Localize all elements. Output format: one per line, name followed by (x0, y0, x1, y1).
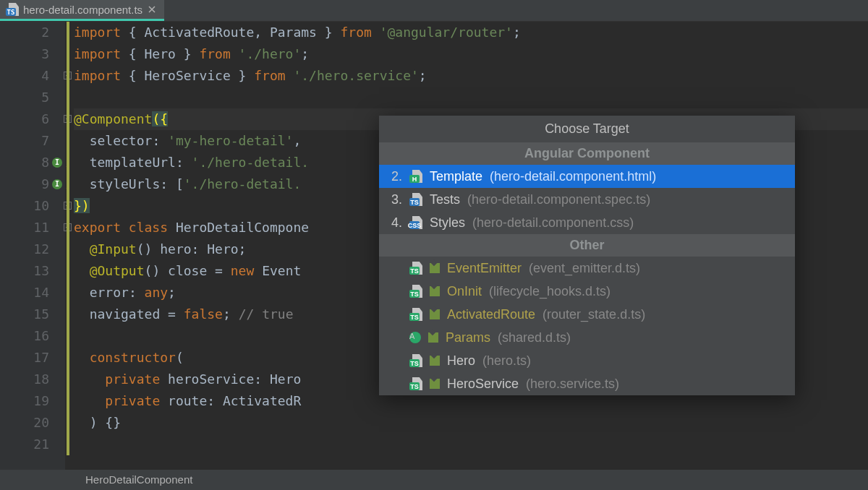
popup-item-tests[interactable]: 3. TS Tests (hero-detail.component.spec.… (379, 188, 795, 211)
popup-item-sub: (event_emitter.d.ts) (529, 261, 640, 276)
popup-item-activatedroute[interactable]: TS ActivatedRoute (router_state.d.ts) (379, 303, 795, 326)
popup-item-number: 3. (388, 192, 402, 207)
ts-file-icon: TS (409, 354, 422, 367)
popup-item-label: OnInit (447, 284, 482, 299)
ts-file-icon: TS (409, 285, 422, 298)
line-number: 9I↑ (0, 173, 49, 195)
popup-item-oninit[interactable]: TS OnInit (lifecycle_hooks.d.ts) (379, 280, 795, 303)
gutter-marker-icon[interactable]: I (52, 179, 62, 189)
line-number: 13 (0, 260, 49, 282)
line-number: 4 (0, 65, 49, 87)
angular-icon: A (409, 332, 421, 343)
related-icon (430, 356, 440, 366)
popup-item-label: Template (430, 169, 482, 184)
css-file-icon: CSS (409, 216, 422, 229)
popup-item-number: 2. (388, 169, 402, 184)
popup-item-styles[interactable]: 4. CSS Styles (hero-detail.component.css… (379, 211, 795, 234)
popup-item-sub: (lifecycle_hooks.d.ts) (489, 284, 610, 299)
code-line (74, 434, 868, 455)
popup-item-hero[interactable]: TS Hero (hero.ts) (379, 349, 795, 372)
code-line: import { Hero } from './hero'; (74, 43, 868, 65)
line-number: 17 (0, 347, 49, 369)
line-number: 19 (0, 390, 49, 412)
ts-file-icon: TS (6, 3, 19, 16)
popup-item-number: 4. (388, 215, 402, 231)
line-number: 11 (0, 217, 49, 238)
popup-item-label: ActivatedRoute (447, 307, 535, 322)
line-number: 3 (0, 43, 49, 65)
popup-item-sub: (hero.service.ts) (526, 377, 619, 392)
choose-target-popup: Choose Target Angular Component 2. H Tem… (379, 116, 795, 395)
ts-file-icon: TS (409, 377, 422, 390)
related-icon (430, 263, 440, 273)
popup-item-params[interactable]: A Params (shared.d.ts) (379, 326, 795, 349)
popup-item-label: EventEmitter (447, 261, 522, 276)
line-number: 6 (0, 108, 49, 130)
code-line (74, 87, 868, 108)
line-number: 12 (0, 238, 49, 260)
code-line: import { HeroService } from './hero.serv… (74, 65, 868, 87)
related-icon (430, 379, 440, 389)
line-number: 16 (0, 325, 49, 347)
html-file-icon: H (409, 170, 422, 183)
code-line: ) {} (74, 412, 868, 434)
popup-item-sub: (hero-detail.component.html) (490, 169, 656, 184)
popup-item-eventemitter[interactable]: TS EventEmitter (event_emitter.d.ts) (379, 257, 795, 280)
code-line: import { ActivatedRoute, Params } from '… (74, 22, 868, 43)
line-number: 8I↑ (0, 152, 49, 173)
related-icon (430, 286, 440, 296)
line-number: 2 (0, 22, 49, 43)
popup-item-label: Styles (430, 215, 465, 231)
popup-item-sub: (router_state.d.ts) (542, 307, 645, 322)
popup-item-sub: (hero.ts) (482, 353, 531, 369)
popup-item-label: Tests (430, 192, 460, 207)
line-number: 20 (0, 412, 49, 434)
line-number: 10 (0, 195, 49, 217)
line-number: 21 (0, 434, 49, 455)
related-icon (430, 309, 440, 319)
popup-category: Other (379, 234, 795, 257)
ts-file-icon: TS (409, 262, 422, 275)
line-number-gutter: 2 3 4 5 6 7 8I↑ 9I↑ 10 11 12 13 14 15 16… (0, 22, 65, 470)
ts-file-icon: TS (409, 308, 422, 321)
line-number: 15 (0, 304, 49, 325)
popup-title: Choose Target (379, 116, 795, 142)
popup-item-label: Params (446, 330, 490, 345)
tab-filename: hero-detail.component.ts (23, 4, 142, 16)
file-tab[interactable]: TS hero-detail.component.ts (0, 0, 164, 21)
ts-file-icon: TS (409, 193, 422, 206)
line-number: 18 (0, 369, 49, 390)
related-icon (428, 332, 438, 343)
popup-item-heroservice[interactable]: TS HeroService (hero.service.ts) (379, 372, 795, 395)
line-number: 5 (0, 87, 49, 108)
close-icon[interactable] (147, 4, 157, 14)
breadcrumb[interactable]: HeroDetailComponent (0, 470, 868, 490)
line-number: 14 (0, 282, 49, 304)
popup-item-sub: (hero-detail.component.spec.ts) (467, 192, 650, 207)
tab-bar: TS hero-detail.component.ts (0, 0, 868, 22)
popup-item-sub: (shared.d.ts) (498, 330, 571, 345)
gutter-marker-icon[interactable]: I (52, 158, 62, 168)
line-number: 7 (0, 130, 49, 152)
breadcrumb-item[interactable]: HeroDetailComponent (85, 473, 192, 486)
popup-item-sub: (hero-detail.component.css) (472, 215, 634, 231)
popup-item-template[interactable]: 2. H Template (hero-detail.component.htm… (379, 165, 795, 188)
popup-item-label: Hero (447, 353, 475, 369)
popup-category: Angular Component (379, 142, 795, 165)
popup-item-label: HeroService (447, 377, 519, 392)
